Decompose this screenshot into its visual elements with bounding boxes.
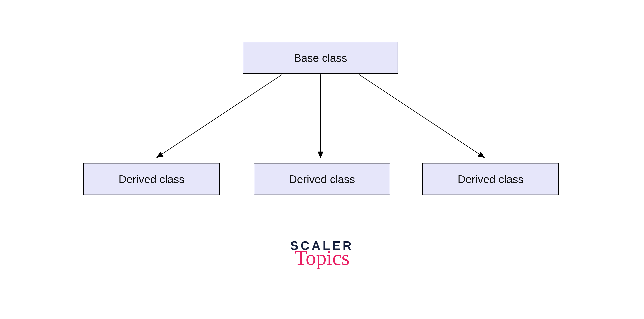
scaler-topics-logo: SCALER Topics [282, 239, 362, 268]
derived-class-box-2: Derived class [254, 163, 390, 195]
arrow-to-derived-3 [359, 74, 484, 157]
derived-class-box-1: Derived class [83, 163, 220, 195]
derived-class-label: Derived class [458, 173, 524, 186]
inheritance-diagram: Base class Derived class Derived class D… [0, 0, 644, 319]
derived-class-label: Derived class [289, 173, 355, 186]
derived-class-box-3: Derived class [422, 163, 559, 195]
base-class-box: Base class [243, 42, 398, 74]
base-class-label: Base class [294, 52, 347, 64]
arrow-to-derived-1 [157, 74, 282, 157]
derived-class-label: Derived class [118, 173, 184, 186]
